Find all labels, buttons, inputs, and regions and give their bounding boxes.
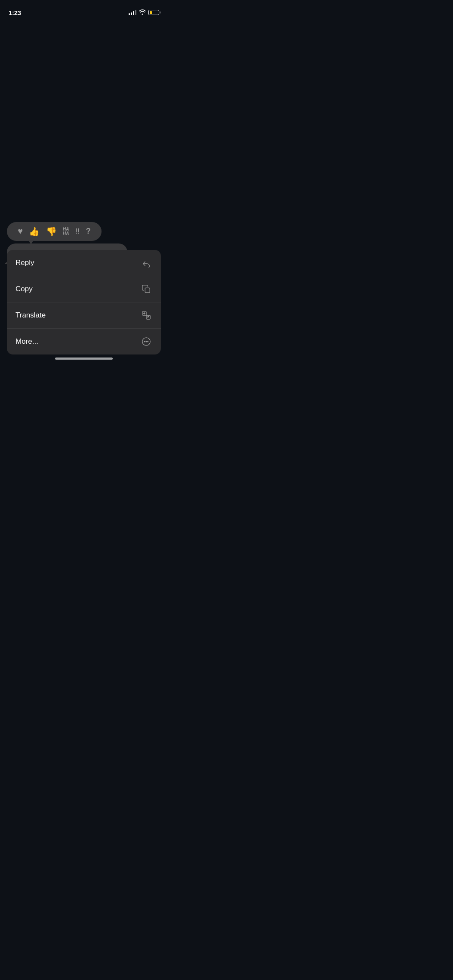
context-menu: Reply Copy Translate Mo [7, 250, 161, 354]
reaction-haha[interactable]: HAHA [63, 227, 69, 236]
translate-label: Translate [15, 311, 46, 320]
reply-icon [140, 257, 152, 269]
wifi-icon [139, 9, 146, 16]
translate-icon [140, 309, 152, 321]
copy-icon [140, 283, 152, 295]
menu-item-translate[interactable]: Translate [7, 302, 161, 329]
svg-rect-0 [145, 288, 150, 293]
copy-label: Copy [15, 285, 33, 293]
reply-label: Reply [15, 259, 34, 267]
reaction-question[interactable]: ? [86, 227, 91, 236]
svg-point-4 [144, 341, 145, 342]
reaction-thumbs-up[interactable]: 👍 [29, 226, 40, 237]
reaction-exclaim[interactable]: !! [75, 228, 80, 235]
svg-point-5 [146, 341, 147, 342]
menu-item-reply[interactable]: Reply [7, 250, 161, 276]
signal-icon [129, 10, 136, 15]
menu-item-copy[interactable]: Copy [7, 276, 161, 302]
status-bar: 1:23 [0, 0, 168, 19]
reaction-thumbs-down[interactable]: 👎 [46, 226, 57, 237]
battery-icon [148, 10, 159, 15]
home-indicator [55, 357, 113, 360]
reaction-bar[interactable]: ♥ 👍 👎 HAHA !! ? [7, 222, 102, 241]
status-icons [129, 9, 159, 16]
reaction-heart[interactable]: ♥ [18, 226, 23, 236]
svg-point-6 [148, 341, 148, 342]
menu-item-more[interactable]: More... [7, 329, 161, 354]
status-time: 1:23 [9, 9, 21, 16]
more-icon [140, 336, 152, 348]
more-label: More... [15, 337, 38, 346]
